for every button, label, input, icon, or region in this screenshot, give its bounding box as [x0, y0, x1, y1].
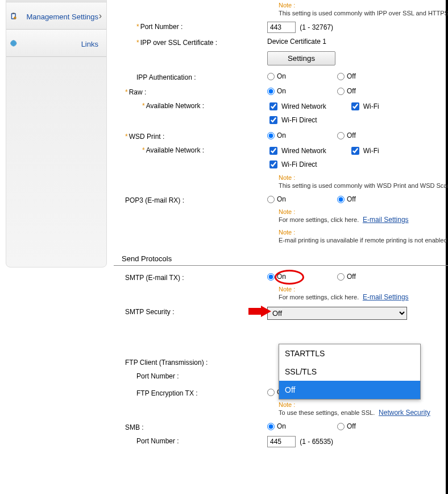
ipp-ssl-cert-value: Device Certificate 1 — [267, 36, 440, 46]
note-more-settings-1: Note : For more settings, click here. E-… — [114, 208, 448, 224]
sidebar-item-management[interactable]: Management Settings › — [6, 2, 106, 30]
wsd-net-wifi[interactable]: Wi-Fi — [349, 145, 379, 157]
ipp-auth-on[interactable]: On — [267, 72, 286, 80]
svg-rect-2 — [13, 13, 14, 14]
wsd-off[interactable]: Off — [337, 131, 356, 139]
note-email-unavailable: Note : E-mail printing is unavailable if… — [114, 228, 448, 244]
smb-off[interactable]: Off — [337, 422, 356, 430]
dropdown-opt-ssltls[interactable]: SSL/TLS — [279, 363, 420, 381]
wsd-on[interactable]: On — [267, 131, 286, 139]
clipboard-icon — [10, 9, 18, 23]
chevron-right-icon: › — [99, 11, 102, 21]
smb-port-range: (1 - 65535) — [300, 438, 333, 446]
label-ipp-auth: IPP Authentication : — [114, 71, 267, 81]
pop3-off[interactable]: Off — [337, 195, 356, 203]
note-ssl-enable: Note : To use these settings, enable SSL… — [114, 401, 448, 417]
ipp-auth-off[interactable]: Off — [337, 72, 356, 80]
pop3-on[interactable]: On — [267, 195, 286, 203]
settings-button[interactable]: Settings — [267, 51, 335, 65]
email-settings-link-2[interactable]: E-mail Settings — [363, 293, 409, 301]
label-smtp-security: SMTP Security : — [114, 306, 267, 316]
note-ipp-ssl: Note : This setting is used commonly wit… — [114, 1, 448, 17]
smtp-security-select[interactable]: Off — [267, 307, 407, 320]
wsd-net-wired[interactable]: Wired Network — [267, 145, 326, 157]
label-smb: SMB : — [114, 421, 267, 431]
smb-on[interactable]: On — [267, 422, 286, 430]
label-ipp-ssl-cert: IPP over SSL Certificate : — [114, 36, 267, 47]
label-pop3: POP3 (E-mail RX) : — [114, 194, 267, 204]
email-settings-link-1[interactable]: E-mail Settings — [363, 216, 409, 224]
main-panel: Note : This setting is used commonly wit… — [114, 0, 448, 494]
label-wsd-print: WSD Print : — [114, 130, 267, 141]
network-security-link[interactable]: Network Security — [379, 409, 430, 417]
raw-on[interactable]: On — [267, 87, 286, 95]
raw-net-wired[interactable]: Wired Network — [267, 101, 326, 112]
label-ftp-encrypt: FTP Encryption TX : — [114, 387, 267, 397]
smb-port-input[interactable] — [267, 436, 296, 447]
svg-point-4 — [14, 17, 15, 18]
port-443-range: (1 - 32767) — [300, 23, 333, 31]
smtp-off[interactable]: Off — [337, 273, 356, 281]
port-443-input[interactable] — [267, 22, 296, 33]
sidebar-item-label: Management Settings — [21, 10, 103, 21]
label-avail-net-2: Available Network : — [114, 144, 267, 154]
dropdown-opt-starttls[interactable]: STARTTLS — [279, 344, 420, 363]
label-smtp: SMTP (E-mail TX) : — [114, 271, 267, 282]
globe-icon — [10, 36, 18, 51]
smtp-security-dropdown: STARTTLS SSL/TLS Off — [279, 344, 421, 400]
note-wsd: Note : This setting is used commonly wit… — [114, 174, 448, 190]
dropdown-opt-off[interactable]: Off — [279, 381, 420, 399]
label-raw: Raw : — [114, 86, 267, 96]
label-avail-net-1: Available Network : — [114, 100, 267, 110]
raw-off[interactable]: Off — [337, 87, 356, 95]
smtp-on[interactable]: On — [267, 273, 286, 281]
sidebar-item-label: Links — [21, 38, 103, 48]
label-ftp-port: Port Number : — [114, 370, 267, 380]
raw-net-wifi-direct[interactable]: Wi-Fi Direct — [267, 114, 317, 126]
label-smb-port: Port Number : — [114, 435, 267, 445]
section-send-protocols: Send Protocols — [114, 250, 448, 266]
sidebar: Management Settings › Links — [6, 0, 107, 267]
wsd-net-wifi-direct[interactable]: Wi-Fi Direct — [267, 159, 317, 170]
label-port-number: Port Number : — [114, 20, 267, 31]
raw-net-wifi[interactable]: Wi-Fi — [349, 101, 379, 112]
note-more-settings-2: Note : For more settings, click here. E-… — [114, 285, 448, 301]
label-ftp-client: FTP Client (Transmission) : — [114, 356, 267, 367]
sidebar-item-links[interactable]: Links — [6, 30, 106, 57]
